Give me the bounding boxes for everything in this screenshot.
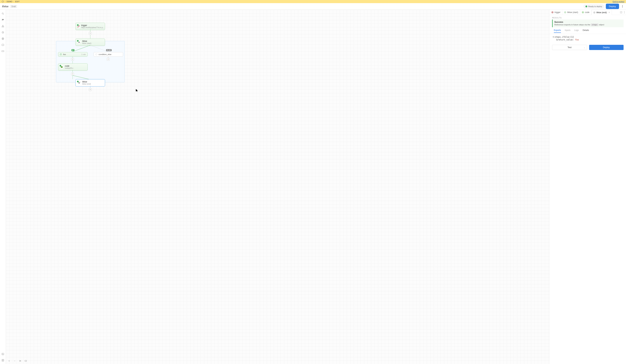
tab-ifelse-end[interactable]: ifelse (end) ✕ (591, 10, 612, 15)
node-subtitle: https://eot8xjzqkwa77nt.m.p... (81, 27, 104, 29)
chevron-right-icon: › (5, 1, 5, 2)
node-code[interactable]: ✓ code nodejs20.x (58, 63, 88, 71)
svg-rect-12 (2, 353, 4, 355)
org-logo-icon (2, 0, 4, 2)
more-menu-button[interactable] (621, 5, 624, 7)
export-key: $return_value: (556, 38, 574, 41)
tab-label: ifelse (start) (567, 11, 578, 14)
node-title: code (65, 65, 73, 67)
search-icon[interactable] (1, 12, 4, 15)
deploy-button-panel[interactable]: Deploy (589, 45, 624, 50)
add-step-button[interactable]: + (107, 58, 110, 61)
merge-icon: ✓ (78, 81, 81, 85)
svg-marker-16 (61, 66, 63, 68)
branch-connector (72, 45, 109, 52)
connector (90, 86, 90, 88)
add-step-button[interactable]: + (71, 58, 74, 61)
ready-status: ✓ Ready to deploy (584, 4, 604, 8)
tab-trigger[interactable]: trigger (550, 10, 562, 15)
else-condition-node[interactable]: condition_else (94, 52, 123, 57)
export-count: {1} (570, 36, 574, 38)
if-condition-node[interactable]: foo 1 rule (58, 52, 88, 57)
subtab-exports[interactable]: Exports (554, 29, 561, 33)
svg-point-15 (79, 42, 80, 43)
tab-label: code (585, 11, 589, 14)
success-description: Reference exports in future steps via th… (554, 24, 622, 26)
triangle-down-icon[interactable]: ▼ (553, 36, 554, 38)
test-button[interactable]: Test ⌄ (552, 45, 587, 50)
connector (90, 29, 90, 32)
page-title: if/else (2, 5, 8, 8)
ready-label: Ready to deploy (588, 5, 602, 7)
else-badge: ELSE (106, 49, 112, 51)
warning-icon[interactable] (1, 25, 4, 28)
chevron-down-icon: ⌄ (584, 47, 585, 48)
svg-rect-8 (2, 51, 4, 52)
page-header: if/else Draft ✓ Ready to deploy Deploy (0, 3, 626, 10)
draft-badge: Draft (10, 5, 17, 8)
node-title: ifelse (82, 81, 91, 83)
layout-icon[interactable] (620, 11, 622, 14)
add-step-button[interactable]: + (89, 32, 92, 35)
svg-rect-7 (2, 44, 4, 46)
zoom-out-icon[interactable]: － (13, 360, 16, 362)
http-icon (551, 11, 553, 13)
nodejs-icon (582, 11, 584, 13)
svg-point-4 (3, 27, 3, 27)
book-icon[interactable] (1, 359, 4, 362)
svg-marker-0 (2, 1, 4, 2)
nodejs-icon: ✓ (60, 65, 63, 69)
tab-code[interactable]: code (580, 10, 591, 15)
exports-tree: ▼ steps.ifelse {1} $return_value: foo (550, 34, 626, 43)
connector (108, 57, 108, 58)
shuffle-icon[interactable] (19, 360, 22, 362)
keyboard-icon[interactable] (1, 50, 4, 52)
breadcrumb-bar: › DEMO › EDIT Exit to project (0, 0, 626, 3)
svg-point-1 (2, 13, 3, 14)
success-box: Success Reference exports in future step… (552, 19, 624, 27)
close-icon[interactable]: ✕ (608, 11, 610, 14)
zoom-in-icon[interactable]: ＋ (8, 360, 10, 362)
connector (73, 57, 73, 58)
http-icon: ✓ (78, 25, 80, 28)
window-icon[interactable] (1, 43, 4, 46)
history-icon[interactable] (1, 31, 4, 34)
branch-icon (564, 11, 566, 13)
node-title: ifelse (82, 40, 91, 42)
chat-icon[interactable] (1, 18, 4, 21)
subtab-logs[interactable]: Logs (574, 29, 579, 33)
export-value: foo (575, 38, 579, 41)
check-icon (60, 54, 62, 55)
tab-label: trigger (554, 11, 560, 14)
condition-label: foo (63, 53, 66, 55)
node-ifelse-start[interactable]: ✓ ifelse ifelse (start) (76, 38, 105, 46)
add-step-button[interactable]: + (71, 73, 74, 75)
chevron-right-icon: › (13, 1, 14, 2)
radio-empty-icon (95, 54, 97, 55)
settings-icon[interactable] (1, 37, 4, 40)
add-step-button[interactable]: + (89, 88, 92, 91)
svg-point-18 (79, 82, 80, 82)
subtab-inputs[interactable]: Inputs (565, 29, 571, 33)
more-icon[interactable] (624, 11, 625, 13)
node-ifelse-end[interactable]: ✓ ifelse ifelse (end) (76, 79, 105, 87)
svg-point-6 (2, 38, 3, 39)
connector (90, 35, 90, 38)
breadcrumb-page[interactable]: EDIT (15, 0, 20, 2)
node-title: trigger (81, 24, 104, 27)
node-subtitle: nodejs20.x (65, 67, 73, 69)
svg-point-14 (78, 42, 78, 43)
subtab-details[interactable]: Details (583, 29, 589, 33)
fit-view-icon[interactable] (24, 360, 27, 362)
deploy-button[interactable]: Deploy (606, 4, 619, 9)
terminal-icon[interactable] (1, 353, 4, 355)
node-trigger[interactable]: ✓ trigger https://eot8xjzqkwa77nt.m.p... (76, 23, 105, 30)
breadcrumb-org[interactable]: DEMO (7, 0, 12, 2)
left-icon-rail (0, 10, 6, 364)
connector (73, 70, 73, 73)
exit-to-project-link[interactable]: Exit to project (613, 0, 624, 2)
branch-icon: ✓ (78, 40, 81, 44)
tab-ifelse-start[interactable]: ifelse (start) (562, 10, 580, 15)
canvas-tools: ＋ － (8, 360, 27, 362)
workflow-canvas[interactable]: ✓ trigger https://eot8xjzqkwa77nt.m.p...… (6, 10, 549, 364)
